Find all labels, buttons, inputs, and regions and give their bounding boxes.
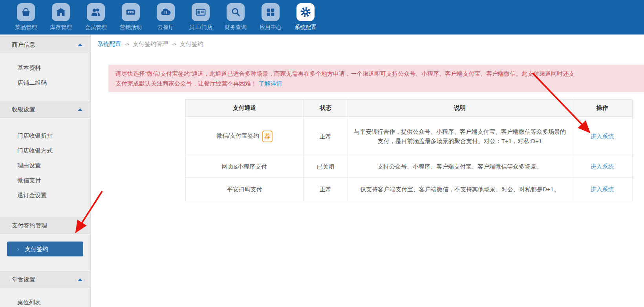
sidebar-item-store-discount[interactable]: 门店收银折扣 (0, 128, 90, 143)
channel-cell: 平安扫码支付 (186, 178, 304, 201)
apps-icon (262, 3, 280, 21)
collapse-arrow-icon (78, 108, 82, 111)
header-status: 状态 (304, 100, 348, 117)
enter-system-link[interactable]: 进入系统 (591, 186, 614, 193)
learn-more-link[interactable]: 了解详情 (258, 80, 282, 87)
main-content: 系统配置 -> 支付签约管理 -> 支付签约 请尽快选择“微信/支付宝签约”通道… (91, 35, 644, 307)
nav-item-marketing[interactable]: 营销活动 (118, 0, 144, 35)
recommended-badge: 荐 (262, 131, 273, 142)
nav-item-staff-stores[interactable]: 员工/门店 (188, 0, 214, 35)
sidebar-item-basic-info[interactable]: 基本资料 (0, 60, 90, 75)
channel-name: 微信/支付宝签约 (216, 132, 259, 139)
breadcrumb-parent: 支付签约管理 (133, 40, 168, 48)
chevron-right-icon: › (17, 246, 19, 252)
collapse-arrow-icon (78, 44, 82, 46)
nav-item-members[interactable]: 会员管理 (83, 0, 109, 35)
breadcrumb-separator: -> (172, 41, 176, 47)
notice-line2-text: 支付完成默认关注商家公众号，让餐厅经营不再困难！ (115, 80, 257, 87)
gear-icon (296, 3, 315, 21)
collapse-arrow-icon (78, 224, 82, 227)
section-title: 商户信息 (12, 41, 35, 49)
status-cell: 正常 (304, 178, 348, 201)
table-row: 微信/支付宝签约荐 正常 与平安银行合作，提供公众号、小程序、客户端支付宝、客户… (186, 117, 633, 156)
breadcrumb-separator: -> (125, 41, 129, 47)
sidebar-item-wechat-pay[interactable]: 微信支付 (0, 173, 90, 188)
section-items: 桌位列表 (0, 288, 90, 307)
section-items: 门店收银折扣 门店收银方式 理由设置 微信支付 退订金设置 (0, 118, 90, 217)
sidebar-item-table-list[interactable]: 桌位列表 (0, 295, 90, 307)
nav-label: 云餐厅 (157, 24, 174, 31)
members-icon (87, 3, 105, 21)
breadcrumb-root-link[interactable]: 系统配置 (97, 40, 121, 48)
basket-icon (17, 3, 35, 21)
nav-item-finance[interactable]: 财务查询 (223, 0, 249, 35)
section-title: 堂食设置 (12, 276, 35, 283)
sidebar-item-shop-qrcode[interactable]: 店铺二维码 (0, 75, 90, 90)
idcard-icon (192, 3, 210, 21)
nav-label: 系统配置 (295, 24, 317, 31)
sidebar-section-merchant-info[interactable]: 商户信息 (0, 36, 90, 53)
description-cell: 支持公众号、小程序、客户端支付宝、客户端微信等众多场景。 (348, 156, 572, 178)
ticket-icon (122, 3, 140, 21)
channel-cell: 微信/支付宝签约荐 (186, 117, 304, 156)
sidebar-item-payment-sign[interactable]: › 支付签约 (7, 242, 83, 256)
sidebar-item-store-pay-method[interactable]: 门店收银方式 (0, 143, 90, 158)
sidebar: 商户信息 基本资料 店铺二维码 收银设置 门店收银折扣 门店收银方式 理由设置 … (0, 35, 91, 307)
header-action: 操作 (572, 100, 633, 117)
nav-item-dishes[interactable]: 菜品管理 (13, 0, 39, 35)
description-cell: 与平安银行合作，提供公众号、小程序、客户端支付宝、客户端微信等众多场景的支付，是… (348, 117, 572, 156)
top-navigation: 菜品管理 库存管理 会员管理 营销活动 (0, 0, 644, 35)
table-header-row: 支付通道 状态 说明 操作 (186, 100, 633, 117)
status-cell: 正常 (304, 117, 348, 156)
enter-system-link[interactable]: 进入系统 (591, 133, 614, 140)
nav-label: 营销活动 (120, 24, 142, 31)
nav-item-cloud-restaurant[interactable]: 云餐厅 (153, 0, 179, 35)
search-icon (227, 3, 245, 21)
nav-item-system-config[interactable]: 系统配置 (293, 0, 318, 35)
payment-channel-table: 支付通道 状态 说明 操作 微信/支付宝签约荐 正常 与平安银行合作，提供公众号… (185, 99, 633, 201)
warehouse-icon (52, 3, 70, 21)
table-row: 平安扫码支付 正常 仅支持客户端支付宝、客户端微信，不支持其他场景。对公、对私都… (186, 178, 633, 201)
nav-item-app-center[interactable]: 应用中心 (258, 0, 284, 35)
nav-item-inventory[interactable]: 库存管理 (48, 0, 74, 35)
sidebar-section-cashier-settings[interactable]: 收银设置 (0, 101, 90, 118)
enter-system-link[interactable]: 进入系统 (591, 163, 614, 170)
action-cell: 进入系统 (572, 178, 633, 201)
sidebar-section-dine-in[interactable]: 堂食设置 (0, 271, 90, 288)
channel-cell: 网页&小程序支付 (186, 156, 304, 178)
sidebar-item-deposit-refund[interactable]: 退订金设置 (0, 188, 90, 203)
collapse-arrow-icon (78, 278, 82, 281)
nav-label: 员工/门店 (189, 24, 212, 31)
nav-label: 库存管理 (50, 24, 72, 31)
sidebar-section-payment-sign-mgmt[interactable]: 支付签约管理 (0, 217, 90, 234)
action-cell: 进入系统 (572, 117, 633, 156)
sidebar-item-label: 支付签约 (25, 245, 48, 253)
cloud-restaurant-icon (157, 3, 175, 21)
nav-label: 应用中心 (260, 24, 282, 31)
breadcrumb: 系统配置 -> 支付签约管理 -> 支付签约 (91, 35, 644, 53)
sidebar-item-reason-settings[interactable]: 理由设置 (0, 158, 90, 173)
nav-label: 会员管理 (85, 24, 107, 31)
section-title: 支付签约管理 (12, 222, 47, 229)
notice-line1: 请尽快选择“微信/支付宝签约”通道，此通道已适合多种场景，商家无需再在多个地方申… (115, 69, 644, 78)
status-cell: 已关闭 (304, 156, 348, 178)
breadcrumb-current: 支付签约 (180, 40, 203, 48)
header-description: 说明 (348, 100, 572, 117)
nav-label: 菜品管理 (15, 24, 37, 31)
nav-label: 财务查询 (225, 24, 247, 31)
table-row: 网页&小程序支付 已关闭 支持公众号、小程序、客户端支付宝、客户端微信等众多场景… (186, 156, 633, 178)
section-title: 收银设置 (12, 106, 35, 113)
section-items: 基本资料 店铺二维码 (0, 53, 90, 101)
notice-line2: 支付完成默认关注商家公众号，让餐厅经营不再困难！ 了解详情 (115, 78, 644, 88)
description-cell: 仅支持客户端支付宝、客户端微信，不支持其他场景。对公、对私都是D+1。 (348, 178, 572, 201)
notice-banner: 请尽快选择“微信/支付宝签约”通道，此通道已适合多种场景，商家无需再在多个地方申… (108, 65, 644, 92)
action-cell: 进入系统 (572, 156, 633, 178)
header-channel: 支付通道 (186, 100, 304, 117)
